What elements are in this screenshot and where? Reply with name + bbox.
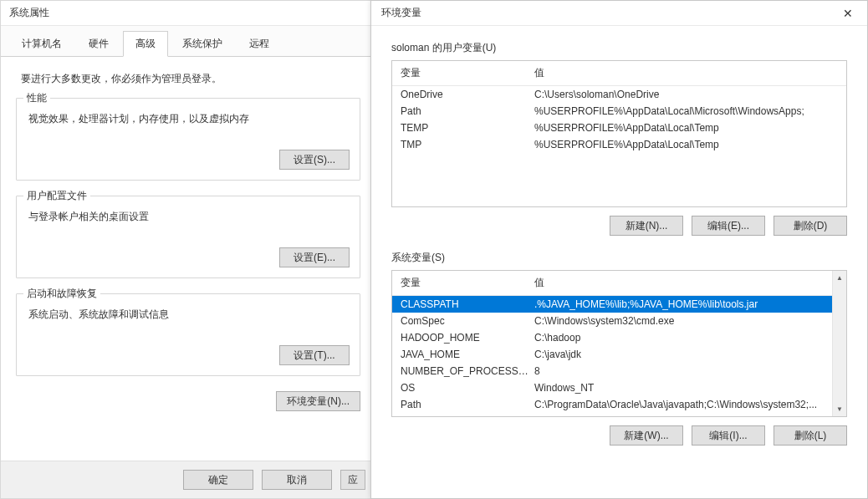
startup-recovery-settings-button[interactable]: 设置(T)... xyxy=(279,345,350,365)
table-row[interactable]: JAVA_HOMEC:\java\jdk xyxy=(392,346,832,363)
col-value-header: 值 xyxy=(534,276,809,290)
system-properties-titlebar: 系统属性 xyxy=(1,1,375,26)
var-name: CLASSPATH xyxy=(401,298,534,310)
system-properties-footer: 确定 取消 应 xyxy=(1,461,375,498)
user-delete-button[interactable]: 删除(D) xyxy=(774,216,847,236)
scrollbar[interactable]: ▲ ▼ xyxy=(832,271,846,416)
var-name: OneDrive xyxy=(401,89,534,100)
user-profiles-settings-button[interactable]: 设置(E)... xyxy=(279,247,350,267)
var-value: C:\hadoop xyxy=(534,332,824,344)
system-properties-title: 系统属性 xyxy=(9,6,49,20)
var-name: ComSpec xyxy=(401,315,534,327)
group-performance: 性能 视觉效果，处理器计划，内存使用，以及虚拟内存 设置(S)... xyxy=(16,98,360,181)
table-row[interactable]: PathC:\ProgramData\Oracle\Java\javapath;… xyxy=(392,396,832,413)
ok-button[interactable]: 确定 xyxy=(183,470,253,490)
system-vars-table[interactable]: 变量 值 CLASSPATH.%JAVA_HOME%\lib;%JAVA_HOM… xyxy=(391,270,847,417)
tab-2[interactable]: 高级 xyxy=(123,31,168,57)
var-name: JAVA_HOME xyxy=(401,349,534,360)
system-vars-header: 变量 值 xyxy=(392,271,832,296)
env-titlebar: 环境变量 ✕ xyxy=(371,1,867,26)
close-icon[interactable]: ✕ xyxy=(829,1,867,26)
close-glyph: ✕ xyxy=(843,7,853,20)
group-performance-desc: 视觉效果，处理器计划，内存使用，以及虚拟内存 xyxy=(27,112,350,126)
var-name: NUMBER_OF_PROCESSORS xyxy=(401,365,534,377)
system-vars-buttons: 新建(W)... 编辑(I)... 删除(L) xyxy=(391,425,847,446)
table-row[interactable]: OneDriveC:\Users\soloman\OneDrive xyxy=(392,86,846,103)
system-new-button[interactable]: 新建(W)... xyxy=(610,425,683,446)
table-row[interactable]: ComSpecC:\Windows\system32\cmd.exe xyxy=(392,313,832,329)
user-new-button[interactable]: 新建(N)... xyxy=(610,216,683,236)
table-row[interactable]: HADOOP_HOMEC:\hadoop xyxy=(392,329,832,346)
col-name-header: 变量 xyxy=(401,66,534,80)
var-name: TMP xyxy=(401,139,534,150)
group-user-profiles-desc: 与登录帐户相关的桌面设置 xyxy=(27,210,350,224)
scroll-up-icon[interactable]: ▲ xyxy=(833,271,846,285)
tab-1[interactable]: 硬件 xyxy=(76,31,121,56)
user-vars-buttons: 新建(N)... 编辑(E)... 删除(D) xyxy=(391,216,847,236)
cancel-button[interactable]: 取消 xyxy=(262,470,332,490)
var-value: C:\ProgramData\Oracle\Java\javapath;C:\W… xyxy=(534,399,824,410)
var-value: .%JAVA_HOME%\lib;%JAVA_HOME%\lib\tools.j… xyxy=(534,298,824,310)
group-performance-legend: 性能 xyxy=(23,91,50,105)
tab-3[interactable]: 系统保护 xyxy=(170,31,235,56)
var-value: C:\java\jdk xyxy=(534,349,824,360)
col-name-header: 变量 xyxy=(401,276,534,290)
table-row[interactable]: CLASSPATH.%JAVA_HOME%\lib;%JAVA_HOME%\li… xyxy=(392,296,832,313)
table-row[interactable]: TMP%USERPROFILE%\AppData\Local\Temp xyxy=(392,136,846,153)
tab-4[interactable]: 远程 xyxy=(237,31,282,56)
system-delete-button[interactable]: 删除(L) xyxy=(774,425,847,446)
table-row[interactable]: OSWindows_NT xyxy=(392,379,832,396)
performance-settings-button[interactable]: 设置(S)... xyxy=(279,150,350,170)
var-name: Path xyxy=(401,105,534,117)
env-body: soloman 的用户变量(U) 变量 值 OneDriveC:\Users\s… xyxy=(371,26,867,498)
system-vars-rows: CLASSPATH.%JAVA_HOME%\lib;%JAVA_HOME%\li… xyxy=(392,296,832,413)
table-row[interactable]: NUMBER_OF_PROCESSORS8 xyxy=(392,363,832,379)
user-vars-label: soloman 的用户变量(U) xyxy=(391,41,847,55)
var-name: TEMP xyxy=(401,122,534,134)
system-edit-button[interactable]: 编辑(I)... xyxy=(692,425,765,446)
group-startup-recovery: 启动和故障恢复 系统启动、系统故障和调试信息 设置(T)... xyxy=(16,293,360,376)
scroll-down-icon[interactable]: ▼ xyxy=(833,402,846,416)
col-value-header: 值 xyxy=(534,66,838,80)
environment-variables-dialog: 环境变量 ✕ soloman 的用户变量(U) 变量 值 OneDriveC:\… xyxy=(370,0,868,499)
var-value: %USERPROFILE%\AppData\Local\Microsoft\Wi… xyxy=(534,105,838,117)
table-row[interactable]: TEMP%USERPROFILE%\AppData\Local\Temp xyxy=(392,120,846,136)
user-vars-rows: OneDriveC:\Users\soloman\OneDrivePath%US… xyxy=(392,86,846,207)
var-name: HADOOP_HOME xyxy=(401,332,534,344)
env-title: 环境变量 xyxy=(381,6,421,20)
system-vars-label: 系统变量(S) xyxy=(391,251,847,265)
var-value: %USERPROFILE%\AppData\Local\Temp xyxy=(534,122,838,134)
group-startup-recovery-legend: 启动和故障恢复 xyxy=(23,287,100,301)
user-vars-header: 变量 值 xyxy=(392,61,846,86)
var-value: %USERPROFILE%\AppData\Local\Temp xyxy=(534,139,838,150)
var-value: Windows_NT xyxy=(534,382,824,394)
tab-0[interactable]: 计算机名 xyxy=(9,31,74,56)
admin-hint: 要进行大多数更改，你必须作为管理员登录。 xyxy=(21,72,360,86)
var-value: C:\Users\soloman\OneDrive xyxy=(534,89,838,100)
var-value: 8 xyxy=(534,365,824,377)
group-user-profiles-legend: 用户配置文件 xyxy=(23,189,90,203)
tabstrip: 计算机名硬件高级系统保护远程 xyxy=(1,26,375,57)
environment-variables-button[interactable]: 环境变量(N)... xyxy=(276,391,360,411)
system-properties-dialog: 系统属性 计算机名硬件高级系统保护远程 要进行大多数更改，你必须作为管理员登录。… xyxy=(0,0,376,499)
tab-body-advanced: 要进行大多数更改，你必须作为管理员登录。 性能 视觉效果，处理器计划，内存使用，… xyxy=(1,57,375,461)
table-row[interactable]: Path%USERPROFILE%\AppData\Local\Microsof… xyxy=(392,103,846,120)
var-name: Path xyxy=(401,399,534,410)
var-value: C:\Windows\system32\cmd.exe xyxy=(534,315,824,327)
apply-button[interactable]: 应 xyxy=(340,470,365,490)
system-vars-rows-wrap: 变量 值 CLASSPATH.%JAVA_HOME%\lib;%JAVA_HOM… xyxy=(392,271,832,416)
user-edit-button[interactable]: 编辑(E)... xyxy=(692,216,765,236)
var-name: OS xyxy=(401,382,534,394)
group-user-profiles: 用户配置文件 与登录帐户相关的桌面设置 设置(E)... xyxy=(16,196,360,278)
group-startup-recovery-desc: 系统启动、系统故障和调试信息 xyxy=(27,308,350,322)
user-vars-table[interactable]: 变量 值 OneDriveC:\Users\soloman\OneDrivePa… xyxy=(391,60,847,207)
